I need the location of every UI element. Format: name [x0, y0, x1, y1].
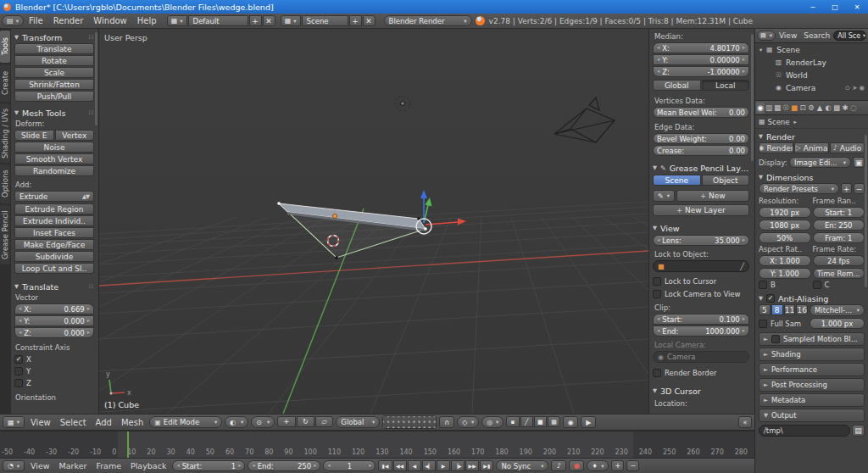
clip-end-field[interactable]: ◂End:1000.000▸ — [653, 326, 749, 337]
jump-to-end-button[interactable]: ▶▮ — [480, 460, 493, 471]
play-button[interactable]: ▶ — [437, 460, 450, 471]
timeline-view-menu[interactable]: View — [27, 461, 53, 470]
grease-pencil-panel-header[interactable]: ▼✎ Grease Pencil Layers — [653, 162, 749, 174]
delete-scene-button[interactable]: ✕ — [363, 15, 376, 26]
props-tab-particles[interactable]: ✱ — [841, 103, 849, 114]
insert-keyframe-button[interactable]: + — [611, 460, 624, 471]
current-frame-field[interactable]: ◂1▸ — [323, 460, 376, 471]
manipulator-scale-button[interactable]: ▱ — [315, 416, 333, 427]
vector-z-field[interactable]: ◂Z:0.000▸ — [14, 327, 94, 338]
selectability-arrow-icon[interactable]: ➤ — [851, 84, 858, 92]
render-border-checkbox[interactable]: Render Border — [653, 367, 749, 378]
frame-start-field[interactable]: Start: 1 — [813, 207, 865, 218]
render-panel-header[interactable]: ▼Render — [759, 131, 865, 142]
props-tab-object[interactable]: ■ — [790, 103, 798, 114]
properties-scrollbar[interactable] — [865, 135, 867, 287]
outliner-view-menu[interactable]: View — [776, 31, 800, 40]
minimize-button[interactable]: ─ — [802, 0, 824, 14]
outliner-row-scene[interactable]: ▾ ▦ Scene — [755, 43, 868, 56]
outliner-row-world[interactable]: ☉ World — [755, 69, 868, 81]
timeline-start-field[interactable]: ◂Start:1▸ — [172, 460, 245, 471]
median-y-field[interactable]: ◂Y:0.00000▸ — [653, 54, 749, 65]
previous-keyframe-button[interactable]: ◀◀ — [393, 460, 407, 471]
display-mode-select[interactable]: Image Edi...▾ — [789, 157, 851, 168]
extrude-individual-button[interactable]: Extrude Individ.. — [14, 215, 94, 226]
resolution-y-field[interactable]: 1080 px — [759, 220, 811, 231]
lock-to-cursor-checkbox[interactable]: Lock to Cursor — [653, 275, 749, 287]
add-preset-button[interactable]: + — [841, 183, 852, 194]
gp-source-scene-tab[interactable]: Scene — [653, 175, 701, 186]
loop-cut-button[interactable]: Loop Cut and Sl.. — [14, 263, 94, 274]
frame-end-field[interactable]: En: 250 — [813, 220, 865, 231]
resolution-scale-field[interactable]: 50% — [759, 232, 811, 243]
lamp-object[interactable] — [396, 97, 410, 111]
lock-camera-to-view-checkbox[interactable]: Lock Camera to View — [653, 288, 749, 299]
props-tab-physics[interactable]: ◌ — [849, 103, 858, 114]
record-button[interactable]: ● — [569, 460, 584, 471]
shelf-tab-options[interactable]: Options — [0, 164, 10, 203]
translate-button[interactable]: Translate — [14, 43, 94, 54]
proportional-edit-select[interactable]: ◎▾ — [481, 416, 504, 428]
interaction-mode-select[interactable]: ▣ Edit Mode▾ — [149, 416, 222, 428]
lock-interface-button[interactable]: ▣ — [853, 157, 865, 168]
audio-speaker-button[interactable]: ♪ — [551, 460, 566, 471]
renderability-camera-icon[interactable]: ◉ — [858, 84, 865, 92]
output-path-field[interactable]: /tmp\ — [759, 425, 850, 437]
expander-icon[interactable]: ▾ — [760, 47, 762, 53]
clip-start-field[interactable]: ◂Start:0.100▸ — [653, 314, 749, 325]
timeline-frame-menu[interactable]: Frame — [92, 461, 125, 470]
toolshelf-scrollbar[interactable] — [95, 32, 97, 125]
next-keyframe-button[interactable]: ▶▶ — [465, 460, 479, 471]
header-collapse-menus-button[interactable]: « — [738, 416, 752, 428]
frame-step-field[interactable]: Fram: 1 — [813, 232, 865, 243]
viewport-select-menu[interactable]: Select — [57, 418, 90, 427]
shrink-fatten-button[interactable]: Shrink/Fatten — [14, 79, 94, 90]
gp-new-layer-button[interactable]: +New Layer — [653, 204, 749, 216]
viewport-shading-select[interactable]: ◐▾ — [225, 416, 248, 428]
timeline-editor-type-button[interactable]: ◔▾ — [3, 460, 25, 471]
maximize-button[interactable]: □ — [824, 0, 846, 14]
scale-button[interactable]: Scale — [14, 67, 94, 78]
previous-frame-button[interactable]: ◀▏ — [422, 460, 436, 471]
outliner-filter-select[interactable]: All Sce▾ — [833, 31, 866, 41]
shelf-tab-create[interactable]: Create — [0, 64, 10, 102]
crop-checkbox[interactable]: C — [813, 281, 865, 289]
eyedropper-icon[interactable]: ╱ — [740, 263, 744, 270]
push-pull-button[interactable]: Push/Pull — [14, 91, 94, 102]
extrude-enum-select[interactable]: Extrude ▲▼ — [14, 191, 94, 202]
gp-draw-mode-button[interactable]: ✎▾ — [653, 190, 675, 202]
view-panel-header[interactable]: ▼View — [653, 222, 749, 234]
metadata-panel-header[interactable]: ►Metadata — [759, 393, 865, 407]
close-button[interactable]: ✕ — [846, 0, 868, 14]
jump-to-start-button[interactable]: ▮◀ — [378, 460, 392, 471]
aa-samples-8-button[interactable]: 8 — [771, 304, 783, 315]
snap-element-select[interactable]: ◇▾ — [457, 416, 479, 428]
timeline-playback-menu[interactable]: Playback — [127, 461, 170, 470]
median-z-field[interactable]: ◂Z:-1.00000▸ — [653, 66, 749, 77]
aa-samples-11-button[interactable]: 11 — [784, 304, 796, 315]
aspect-y-field[interactable]: Y: 1.000 — [759, 268, 811, 279]
filter-size-field[interactable]: 1.000 px — [810, 318, 865, 329]
crease-field[interactable]: Crease:0.00 — [653, 145, 749, 156]
bevel-weight-field[interactable]: Bevel Weight:0.00 — [653, 133, 749, 144]
aspect-x-field[interactable]: X: 1.000 — [759, 255, 811, 266]
camera-object[interactable] — [554, 97, 615, 142]
render-animation-button[interactable]: ▷Anima — [794, 142, 829, 153]
props-tab-world[interactable]: ☉ — [782, 103, 790, 114]
render-audio-button[interactable]: ♪Audio — [830, 142, 865, 153]
motion-blur-checkbox[interactable] — [771, 335, 780, 343]
gp-source-object-tab[interactable]: Object — [702, 175, 750, 186]
median-x-field[interactable]: ◂X:4.80170▸ — [653, 42, 749, 53]
props-tab-render-layers[interactable]: ▥ — [765, 103, 773, 114]
keying-set-select[interactable]: ♦▾ — [587, 460, 609, 471]
pivot-point-select[interactable]: ⊙▾ — [251, 416, 275, 428]
menu-help[interactable]: Help — [132, 16, 162, 25]
viewport-3d[interactable]: x y User Persp (1) Cube — [99, 29, 648, 414]
add-screen-layout-button[interactable]: + — [249, 15, 262, 26]
file-browse-button[interactable]: ▤ — [852, 425, 865, 437]
fps-select[interactable]: 24 fps — [813, 255, 865, 266]
slide-edge-button[interactable]: Slide E — [14, 130, 54, 141]
wedge-mesh[interactable] — [277, 202, 427, 259]
slide-vertex-button[interactable]: Vertex — [55, 130, 95, 141]
render-presets-select[interactable]: Render Presets▾ — [759, 183, 839, 194]
